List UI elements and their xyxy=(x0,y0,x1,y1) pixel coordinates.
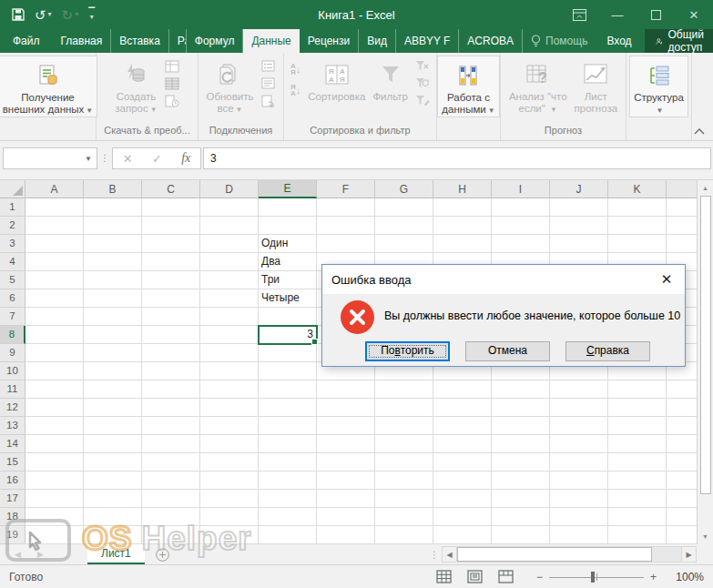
cell-B4[interactable] xyxy=(84,253,142,271)
cell-J12[interactable] xyxy=(550,399,608,417)
cell-H12[interactable] xyxy=(433,399,492,417)
cell-F18[interactable] xyxy=(317,508,375,526)
cell-partial-15[interactable] xyxy=(667,453,697,471)
cell-E10[interactable] xyxy=(259,362,317,380)
select-all-corner[interactable] xyxy=(0,180,25,198)
row-header-17[interactable]: 17 xyxy=(0,490,25,508)
cell-partial-2[interactable] xyxy=(667,217,697,235)
maximize-button[interactable] xyxy=(637,0,675,29)
cell-K14[interactable] xyxy=(608,435,667,453)
ribbon-display-options-button[interactable] xyxy=(560,0,598,29)
cell-B19[interactable] xyxy=(84,526,142,544)
confirm-entry-icon[interactable]: ✓ xyxy=(152,152,162,166)
cell-A5[interactable] xyxy=(25,271,84,289)
cell-A4[interactable] xyxy=(25,253,84,271)
cell-B17[interactable] xyxy=(84,490,142,508)
cell-F15[interactable] xyxy=(317,453,375,471)
cell-B18[interactable] xyxy=(84,508,142,526)
cell-A18[interactable] xyxy=(25,508,84,526)
column-header-E[interactable]: E xyxy=(259,180,317,198)
cell-F13[interactable] xyxy=(317,417,375,435)
column-header-A[interactable]: A xyxy=(25,180,84,198)
cell-B8[interactable] xyxy=(84,326,142,344)
cell-K11[interactable] xyxy=(608,380,667,399)
cell-E4[interactable]: Два xyxy=(259,253,317,271)
row-header-11[interactable]: 11 xyxy=(0,380,25,399)
cell-partial-11[interactable] xyxy=(667,380,697,399)
cell-F2[interactable] xyxy=(317,217,375,235)
cell-B16[interactable] xyxy=(84,471,142,490)
cell-F3[interactable] xyxy=(317,235,375,253)
cell-A11[interactable] xyxy=(25,380,84,399)
cell-D18[interactable] xyxy=(200,508,259,526)
cell-A16[interactable] xyxy=(25,471,84,490)
cancel-entry-icon[interactable]: ✕ xyxy=(123,152,133,166)
cell-B11[interactable] xyxy=(84,380,142,399)
cell-C2[interactable] xyxy=(142,217,200,235)
cell-G3[interactable] xyxy=(375,235,433,253)
scroll-right-icon[interactable]: ▶ xyxy=(681,546,697,563)
cell-K19[interactable] xyxy=(608,526,667,544)
cell-E12[interactable] xyxy=(259,399,317,417)
cancel-button[interactable]: Отмена xyxy=(465,341,550,361)
cell-E19[interactable] xyxy=(259,526,317,544)
cell-B1[interactable] xyxy=(84,198,142,217)
outline-button[interactable]: Структура ▼ xyxy=(629,56,688,117)
collapse-ribbon-button[interactable] xyxy=(694,128,705,135)
cell-G16[interactable] xyxy=(375,471,433,490)
column-header-H[interactable]: H xyxy=(433,180,492,198)
cell-K2[interactable] xyxy=(608,217,667,235)
share-button[interactable]: Общий доступ xyxy=(645,29,713,53)
page-layout-view-button[interactable] xyxy=(467,569,484,585)
cell-C15[interactable] xyxy=(142,453,200,471)
cell-J18[interactable] xyxy=(550,508,608,526)
row-header-9[interactable]: 9 xyxy=(0,344,25,362)
cell-J16[interactable] xyxy=(550,471,608,490)
cell-C6[interactable] xyxy=(142,289,200,308)
cell-A3[interactable] xyxy=(25,235,84,253)
cell-H3[interactable] xyxy=(433,235,492,253)
vertical-scrollbar[interactable]: ▲ ▼ xyxy=(697,180,713,544)
cell-partial-12[interactable] xyxy=(667,399,697,417)
cell-partial-1[interactable] xyxy=(667,198,697,217)
dialog-title-bar[interactable]: Ошибка ввода ✕ xyxy=(322,265,685,294)
name-box-dropdown-icon[interactable]: ▼ xyxy=(80,155,97,163)
cell-K12[interactable] xyxy=(608,399,667,417)
cell-H17[interactable] xyxy=(433,490,492,508)
undo-dropdown-icon[interactable]: ▾ xyxy=(48,11,52,18)
cell-E5[interactable]: Три xyxy=(259,271,317,289)
cell-J3[interactable] xyxy=(550,235,608,253)
cell-C9[interactable] xyxy=(142,344,200,362)
cell-D9[interactable] xyxy=(200,344,259,362)
column-header-K[interactable]: K xyxy=(608,180,667,198)
row-header-2[interactable]: 2 xyxy=(0,217,25,235)
cell-A10[interactable] xyxy=(25,362,84,380)
cell-F14[interactable] xyxy=(317,435,375,453)
row-header-12[interactable]: 12 xyxy=(0,399,25,417)
cell-H11[interactable] xyxy=(433,380,492,399)
cell-I18[interactable] xyxy=(492,508,550,526)
tab-home[interactable]: Главная xyxy=(53,29,112,53)
cell-J1[interactable] xyxy=(550,198,608,217)
tab-help[interactable]: Помощь xyxy=(523,29,596,53)
cell-B15[interactable] xyxy=(84,453,142,471)
tab-data[interactable]: Данные xyxy=(243,29,299,53)
column-header-partial[interactable] xyxy=(667,180,697,198)
cell-D16[interactable] xyxy=(200,471,259,490)
scroll-down-icon[interactable]: ▼ xyxy=(698,529,713,544)
zoom-level[interactable]: 100% xyxy=(671,571,704,583)
add-sheet-button[interactable] xyxy=(145,544,181,564)
row-header-16[interactable]: 16 xyxy=(0,471,25,490)
sheetbar-splitter[interactable]: ⋮ xyxy=(427,550,442,560)
cell-F12[interactable] xyxy=(317,399,375,417)
cell-C12[interactable] xyxy=(142,399,200,417)
zoom-in-button[interactable]: + xyxy=(650,571,657,583)
cell-I14[interactable] xyxy=(492,435,550,453)
cell-B12[interactable] xyxy=(84,399,142,417)
cell-C16[interactable] xyxy=(142,471,200,490)
cell-H1[interactable] xyxy=(433,198,492,217)
cell-C4[interactable] xyxy=(142,253,200,271)
cell-A7[interactable] xyxy=(25,308,84,326)
cell-I12[interactable] xyxy=(492,399,550,417)
cell-A15[interactable] xyxy=(25,453,84,471)
